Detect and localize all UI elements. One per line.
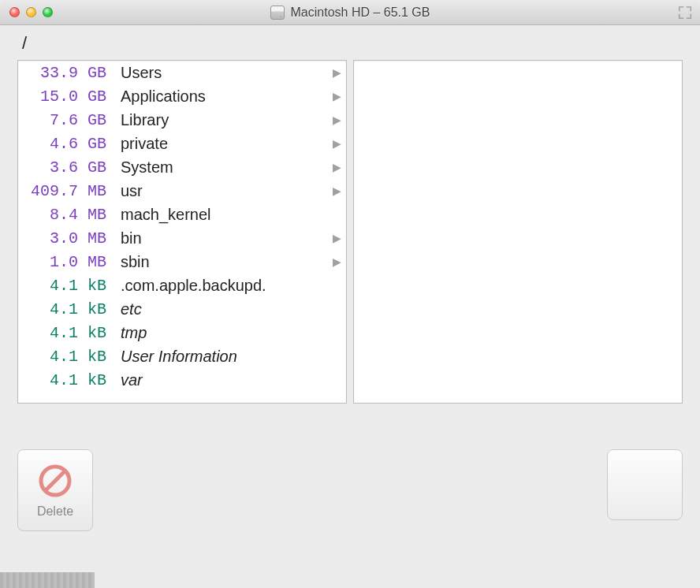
window-title: Macintosh HD – 65.1 GB (0, 6, 700, 20)
file-name: bin (106, 229, 327, 247)
file-name: Library (106, 111, 327, 129)
file-row[interactable]: 4.1 kBUser Information (18, 344, 346, 368)
content-panes: 33.9 GBUsers▶ 15.0 GBApplications▶ 7.6 G… (0, 57, 700, 404)
dock-fragment (0, 572, 95, 588)
delete-button-label: Delete (37, 504, 73, 519)
file-size: 4.1 kB (23, 300, 106, 318)
file-size: 409.7 MB (23, 182, 106, 200)
file-size: 3.0 MB (23, 229, 106, 247)
disclosure-arrow-icon[interactable]: ▶ (327, 232, 346, 244)
file-name: usr (106, 182, 327, 200)
disclosure-arrow-icon[interactable]: ▶ (327, 90, 346, 102)
file-row[interactable]: 3.0 MBbin▶ (18, 226, 346, 250)
file-name: User Information (106, 348, 327, 366)
file-row[interactable]: 4.1 kB.com.apple.backupd. (18, 274, 346, 297)
disclosure-arrow-icon[interactable]: ▶ (327, 161, 346, 173)
file-name: var (106, 371, 327, 389)
drive-icon (270, 6, 285, 20)
disclosure-arrow-icon[interactable]: ▶ (327, 184, 346, 197)
detail-pane[interactable] (353, 60, 683, 404)
path-bar: / (0, 25, 700, 57)
zoom-window-button[interactable] (43, 7, 53, 17)
file-name: sbin (106, 253, 327, 271)
current-path: / (22, 33, 27, 53)
file-size: 8.4 MB (23, 206, 106, 224)
file-name: Applications (106, 87, 327, 106)
disclosure-arrow-icon[interactable]: ▶ (327, 255, 346, 268)
svg-line-1 (46, 471, 65, 490)
file-size: 33.9 GB (23, 64, 106, 82)
file-name: private (106, 135, 327, 153)
file-row[interactable]: 15.0 GBApplications▶ (18, 84, 346, 108)
file-name: .com.apple.backupd. (106, 277, 327, 295)
delete-button[interactable]: Delete (17, 449, 93, 531)
file-row[interactable]: 3.6 GBSystem▶ (18, 155, 346, 179)
file-list-pane[interactable]: 33.9 GBUsers▶ 15.0 GBApplications▶ 7.6 G… (17, 60, 347, 404)
file-row[interactable]: 4.1 kBvar (18, 368, 346, 392)
file-size: 4.1 kB (23, 277, 106, 295)
file-size: 4.1 kB (23, 371, 106, 389)
disclosure-arrow-icon[interactable]: ▶ (327, 114, 346, 126)
file-list[interactable]: 33.9 GBUsers▶ 15.0 GBApplications▶ 7.6 G… (18, 61, 346, 403)
traffic-lights (0, 7, 53, 17)
file-size: 3.6 GB (23, 158, 106, 177)
titlebar[interactable]: Macintosh HD – 65.1 GB (0, 0, 700, 25)
file-row[interactable]: 4.1 kBtmp (18, 321, 346, 344)
disclosure-arrow-icon[interactable]: ▶ (327, 66, 346, 79)
file-name: tmp (106, 324, 327, 342)
file-size: 4.1 kB (23, 324, 106, 342)
file-row[interactable]: 33.9 GBUsers▶ (18, 61, 346, 84)
file-size: 4.1 kB (23, 348, 106, 366)
file-row[interactable]: 4.1 kBetc (18, 297, 346, 321)
file-size: 7.6 GB (23, 111, 106, 129)
file-row[interactable]: 409.7 MBusr▶ (18, 179, 346, 203)
file-name: System (106, 158, 327, 177)
no-entry-icon (36, 462, 74, 500)
file-size: 1.0 MB (23, 253, 106, 271)
file-name: etc (106, 300, 327, 318)
file-name: Users (106, 64, 327, 82)
fullscreen-icon[interactable] (678, 6, 692, 20)
file-name: mach_kernel (106, 206, 327, 224)
file-row[interactable]: 1.0 MBsbin▶ (18, 250, 346, 274)
file-size: 15.0 GB (23, 87, 106, 106)
window: Macintosh HD – 65.1 GB / 33.9 GBUsers▶ 1… (0, 0, 700, 571)
bottom-toolbar: Delete (0, 441, 700, 544)
close-window-button[interactable] (9, 7, 20, 17)
file-row[interactable]: 4.6 GBprivate▶ (18, 132, 346, 155)
preview-well[interactable] (607, 449, 683, 520)
file-size: 4.6 GB (23, 135, 106, 153)
disclosure-arrow-icon[interactable]: ▶ (327, 137, 346, 150)
file-row[interactable]: 7.6 GBLibrary▶ (18, 108, 346, 132)
window-title-text: Macintosh HD – 65.1 GB (291, 6, 430, 20)
file-row[interactable]: 8.4 MBmach_kernel (18, 203, 346, 226)
minimize-window-button[interactable] (26, 7, 36, 17)
